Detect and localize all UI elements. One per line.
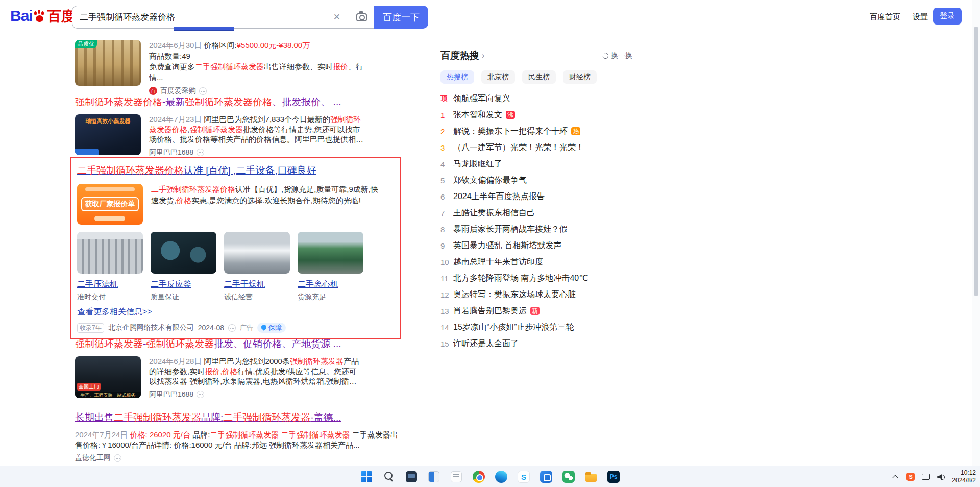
ad-banner-image[interactable]: 获取厂家报价单 [77,184,143,225]
clear-icon[interactable]: ✕ [333,12,340,22]
search-icon[interactable] [382,470,396,484]
ad-product-card[interactable]: 二手反应釜 质量保证 [151,232,216,302]
hot-tab[interactable]: 财经榜 [563,70,597,84]
thumbnail-badge: 全国上门 [77,383,101,391]
camera-icon[interactable] [356,13,367,21]
hot-rank: 5 [440,176,453,185]
hot-search-item[interactable]: 1 张本智和发文 沸 [440,107,632,123]
s-app-icon[interactable] [517,470,531,484]
advertiser-name: 北京企腾网络技术有限公司 [108,323,194,332]
ad-product-link[interactable]: 二手干燥机 [224,279,290,290]
blue-app-icon[interactable] [539,470,553,484]
hot-search-list: 顶 领航强军向复兴 1 张本智和发文 沸 2 解说：樊振东下一把得来个十环 热 … [440,90,632,352]
result-thumbnail[interactable]: 全国上门 生产、工程安装一站式服务 [75,356,141,398]
hot-badge: 热 [571,127,580,135]
system-tray: 10:12 2024/8/2 [891,466,976,487]
hot-text: 解说：樊振东下一把得来个十环 [453,126,568,137]
hot-search-item[interactable]: 顶 领航强军向复兴 [440,90,632,107]
result-snippet: 免费查询更多二手强制循环蒸发器出售详细参数、实时报价、行情... [149,61,363,83]
source-name[interactable]: 阿里巴巴1688 [149,390,193,399]
ime-icon[interactable] [906,472,915,481]
hot-search-item[interactable]: 15 许昕还是太全面了 [440,335,632,352]
guarantee-label: 保障 [268,323,282,332]
quantity-line: 商品数量:49 [149,51,402,61]
source-name[interactable]: 百度爱采购 [160,86,196,95]
taskbar: 10:12 2024/8/2 [0,466,980,487]
explorer-icon[interactable] [584,470,598,484]
hot-search-item[interactable]: 10 越南总理十年来首访印度 [440,254,632,270]
hot-rank: 10 [440,258,453,266]
more-info-link[interactable]: 查看更多相关信息>> [77,307,152,318]
info-icon[interactable] [199,87,207,95]
search-button[interactable]: 百度一下 [374,6,428,29]
hot-search-item[interactable]: 9 英国暴力骚乱 首相斯塔默发声 [440,237,632,254]
source-name[interactable]: 盖德化工网 [75,453,111,462]
hot-search-item[interactable]: 3 （八一建军节）光荣！光荣！光荣！ [440,139,632,156]
ad-title-link[interactable]: 二手强制循环蒸发器价格认准 [百优] ,二手设备,口碑良好 [77,164,316,177]
result-thumbnail[interactable]: 品质优 [75,40,141,86]
baidu-logo[interactable]: Bai 百度 [10,7,75,25]
ad-product-link[interactable]: 二手离心机 [298,279,363,290]
scrollbar-thumb[interactable] [974,27,978,296]
logo-latin: Bai [10,7,33,25]
taskbar-clock[interactable]: 10:12 2024/8/2 [952,469,976,484]
ad-product-card[interactable]: 二手干燥机 诚信经营 [224,232,290,302]
ad-product-link[interactable]: 二手反应釜 [151,279,216,290]
info-icon[interactable] [197,149,204,156]
hot-search-item[interactable]: 14 15岁凉山“小孩姐”止步冲浪第三轮 [440,319,632,335]
hot-tab[interactable]: 热搜榜 [440,70,474,84]
hot-search-item[interactable]: 8 暴雨后家长开两栖战车接娃？假 [440,221,632,237]
hot-rank: 15 [440,339,453,348]
result-thumbnail[interactable]: 瑞恒高效小蒸发器 [75,114,141,155]
hot-rank: 13 [440,307,453,315]
taskview-icon[interactable] [427,470,441,484]
hot-search-item[interactable]: 4 马龙眼眶红了 [440,156,632,172]
ad-product-card[interactable]: 二手离心机 货源充足 [298,232,363,302]
edge-icon[interactable] [494,470,508,484]
chevron-icon[interactable] [891,472,900,481]
login-button[interactable]: 登录 [933,8,962,25]
hot-tab[interactable]: 北京榜 [481,70,515,84]
ad-products: 二手压滤机 准时交付 二手反应釜 质量保证 二手干燥机 诚信经营 二手离心机 货… [77,232,395,302]
guarantee-badge[interactable]: 保障 [257,323,286,333]
hot-search-item[interactable]: 5 郑钦文偏偏你最争气 [440,172,632,188]
hot-search-item[interactable]: 12 奥运特写：樊振东这场球太要心脏 [440,286,632,303]
result-organic: 长期出售二手强制循环蒸发器品牌:二手强制循环蒸发器-盖德... 2024年7月2… [75,411,402,462]
volume-icon[interactable] [937,472,946,481]
hot-tab[interactable]: 民生榜 [522,70,556,84]
ad-product-image[interactable] [77,232,143,274]
monitor-icon[interactable] [921,472,930,481]
ad-product-image[interactable] [224,232,290,274]
ad-product-card[interactable]: 二手压滤机 准时交付 [77,232,143,302]
info-icon[interactable] [114,454,121,462]
hot-search-item[interactable]: 11 北方多轮降雨登场 南方多地冲击40℃ [440,270,632,286]
start-icon[interactable] [359,470,374,484]
result-title-link[interactable]: 强制循环蒸发器-强制循环蒸发器批发、促销价格、产地货源 ... [75,338,341,350]
wechat-icon[interactable] [561,470,576,484]
nav-settings[interactable]: 设置 [913,12,928,22]
pc-icon[interactable] [404,470,419,484]
info-icon[interactable] [228,324,236,332]
nav-baidu-home[interactable]: 百度首页 [870,12,900,22]
hot-search-item[interactable]: 2 解说：樊振东下一把得来个十环 热 [440,123,632,139]
thumbnail-tag [75,149,99,155]
refresh-button[interactable]: 换一换 [602,51,632,60]
hot-search-item[interactable]: 13 肖若腾告别巴黎奥运 新 [440,303,632,319]
chevron-right-icon[interactable]: › [482,51,484,60]
result-title-link[interactable]: 长期出售二手强制循环蒸发器品牌:二手强制循环蒸发器-盖德... [75,411,341,424]
clipped-result-title[interactable] [174,27,234,31]
ad-product-image[interactable] [298,232,363,274]
source-name[interactable]: 阿里巴巴1688 [149,148,193,157]
search-input[interactable] [80,12,330,22]
ad-product-link[interactable]: 二手压滤机 [77,279,143,290]
hot-search-item[interactable]: 6 2024上半年百度热点报告 [440,188,632,205]
info-icon[interactable] [197,391,204,398]
ad-product-subtitle: 准时交付 [77,293,143,302]
result-title-link[interactable]: 强制循环蒸发器价格-最新强制循环蒸发器价格、批发报价、 ... [75,96,341,108]
ad-product-image[interactable] [151,232,216,274]
chrome-icon[interactable] [472,470,486,484]
notes-icon[interactable] [449,470,463,484]
hot-search-item[interactable]: 7 王皓让樊振东相信自己 [440,205,632,221]
hot-rank: 顶 [440,94,453,103]
photoshop-icon[interactable] [606,470,621,484]
